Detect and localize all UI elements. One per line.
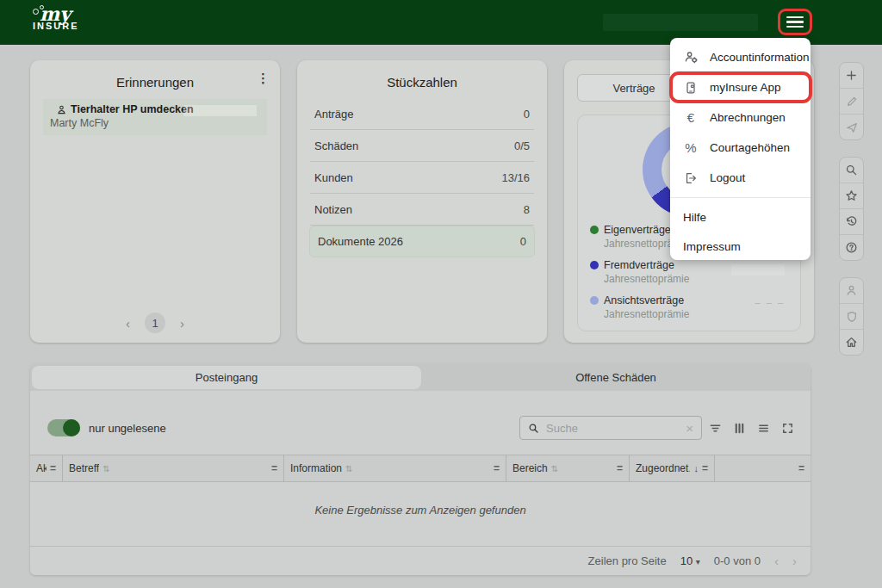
account-gear-icon <box>683 50 699 65</box>
column-menu-icon[interactable]: = <box>50 462 56 474</box>
person-icon <box>57 105 66 115</box>
send-icon <box>846 121 858 133</box>
edit-button[interactable] <box>840 89 863 115</box>
column-header-zugeordnet[interactable]: Zugeordnet... ↓ = <box>630 455 715 481</box>
history-button[interactable] <box>840 209 863 235</box>
menu-item-label: Logout <box>710 171 745 184</box>
menu-item-label: Abrechnungen <box>710 111 786 124</box>
menu-item-abrechnungen[interactable]: € Abrechnungen <box>670 102 811 133</box>
column-menu-icon[interactable]: = <box>702 462 708 474</box>
table-footer: Zeilen pro Seite 10 ▾ 0-0 von 0 ‹ › <box>30 546 811 575</box>
column-header-empty[interactable]: = <box>715 455 811 481</box>
search-button[interactable] <box>840 158 863 183</box>
shield-icon <box>846 311 858 323</box>
menu-item-logout[interactable]: Logout <box>670 163 811 193</box>
unread-only-toggle[interactable] <box>47 419 80 436</box>
logo-text-insure: INSURE <box>33 21 79 31</box>
column-menu-icon[interactable]: = <box>494 462 500 474</box>
columns-button[interactable] <box>733 422 746 435</box>
column-menu-icon[interactable]: = <box>617 462 623 474</box>
menu-item-courtagehoehen[interactable]: % Courtagehöhen <box>670 133 811 163</box>
toolbar-group-tools <box>839 157 864 261</box>
count-row-dokumente[interactable]: Dokumente 2026 0 <box>309 226 535 257</box>
prev-page-icon[interactable]: ‹ <box>774 554 779 568</box>
legend-dot-green <box>590 226 599 234</box>
page-number-button[interactable]: 1 <box>145 313 165 333</box>
reminder-subtitle: Marty McFly <box>50 117 260 129</box>
toolbar-group-actions <box>839 62 864 140</box>
card-title: Stückzahlen <box>297 75 547 90</box>
app-root: my INSURE Erinnerungen ⋮ Tierhalter HP u… <box>0 0 882 588</box>
sort-desc-icon[interactable]: ↓ <box>693 463 699 473</box>
legend-dot-darkblue <box>590 261 599 269</box>
home-button[interactable] <box>840 330 863 355</box>
account-dropdown-menu: Accountinformation myInsure App € Abrech… <box>670 38 811 260</box>
redacted-user-info <box>603 14 758 31</box>
menu-link-hilfe[interactable]: Hilfe <box>670 202 811 232</box>
table-header-row: Ak = Betreff ⇅ = Information ⇅ = Bereich… <box>30 455 811 482</box>
empty-table-message: Keine Ergebnisse zum Anzeigen gefunden <box>30 504 811 517</box>
count-row-notizen[interactable]: Notizen 8 <box>310 194 534 226</box>
tab-posteingang[interactable]: Posteingang <box>32 366 421 389</box>
search-input[interactable] <box>544 421 680 436</box>
favorites-button[interactable] <box>840 183 863 209</box>
column-menu-icon[interactable]: = <box>798 462 804 474</box>
reminder-list-item[interactable]: Tierhalter HP umdecken Marty McFly <box>43 99 267 135</box>
hamburger-icon <box>786 16 804 19</box>
search-icon <box>845 164 858 176</box>
menu-button[interactable] <box>778 9 812 35</box>
home-icon <box>845 336 858 349</box>
fullscreen-icon <box>781 422 794 435</box>
tab-offene-schaeden[interactable]: Offene Schäden <box>423 366 809 389</box>
sort-icon[interactable]: ⇅ <box>345 464 352 473</box>
rows-per-page-select[interactable]: 10 ▾ <box>680 554 700 567</box>
page-next-icon[interactable]: › <box>180 316 184 331</box>
count-row-antraege[interactable]: Anträge 0 <box>310 98 534 130</box>
menu-divider <box>670 197 811 198</box>
menu-link-impressum[interactable]: Impressum <box>670 232 811 261</box>
send-button[interactable] <box>840 115 863 139</box>
phone-gear-icon <box>683 81 699 95</box>
column-header-bereich[interactable]: Bereich ⇅ = <box>506 455 630 481</box>
rows-icon <box>757 422 770 435</box>
legend-item-ansicht: Ansichtsverträge Jahresnettoprämie <box>590 294 689 320</box>
count-row-kunden[interactable]: Kunden 13/16 <box>310 162 534 194</box>
bottom-panel: Posteingang Offene Schäden nur ungelesen… <box>30 364 811 575</box>
add-button[interactable] <box>840 63 863 89</box>
row-density-button[interactable] <box>757 422 770 435</box>
legend-item-fremd: Fremdverträge Jahresnettoprämie <box>590 259 689 285</box>
dropdown-arrow-icon: ▾ <box>696 557 700 566</box>
fullscreen-button[interactable] <box>781 422 794 435</box>
empty-premium-value: – – – <box>755 297 785 307</box>
more-vertical-icon[interactable]: ⋮ <box>257 71 270 84</box>
profile-button[interactable] <box>840 278 863 304</box>
sort-icon[interactable]: ⇅ <box>102 464 109 473</box>
clear-search-icon[interactable]: × <box>686 421 693 436</box>
pencil-icon <box>846 96 858 108</box>
person-icon <box>845 284 858 297</box>
column-header-betreff[interactable]: Betreff ⇅ = <box>63 455 284 481</box>
card-title: Erinnerungen <box>30 75 280 90</box>
help-button[interactable] <box>840 235 863 260</box>
next-page-icon[interactable]: › <box>792 554 797 568</box>
security-button[interactable] <box>840 304 863 330</box>
columns-icon <box>733 422 746 435</box>
page-prev-icon[interactable]: ‹ <box>126 316 130 331</box>
reminders-pagination: ‹ 1 › <box>30 313 280 333</box>
menu-item-myinsure-app[interactable]: myInsure App <box>670 72 811 102</box>
column-menu-icon[interactable]: = <box>271 462 277 474</box>
column-header-information[interactable]: Information ⇅ = <box>284 455 506 481</box>
app-logo: my INSURE <box>33 3 79 31</box>
plus-icon <box>845 69 858 82</box>
redacted-reminder-date <box>183 105 257 116</box>
search-icon <box>528 423 539 434</box>
logout-icon <box>683 171 699 185</box>
percent-icon: % <box>683 140 699 155</box>
reminder-title: Tierhalter HP umdecken <box>71 103 194 115</box>
menu-item-accountinformation[interactable]: Accountinformation <box>670 42 811 72</box>
count-row-schaeden[interactable]: Schäden 0/5 <box>310 130 534 162</box>
logo-flower-icon <box>33 9 39 15</box>
sort-icon[interactable]: ⇅ <box>551 464 558 473</box>
filter-button[interactable] <box>709 422 722 435</box>
column-header-ak[interactable]: Ak = <box>30 455 63 481</box>
